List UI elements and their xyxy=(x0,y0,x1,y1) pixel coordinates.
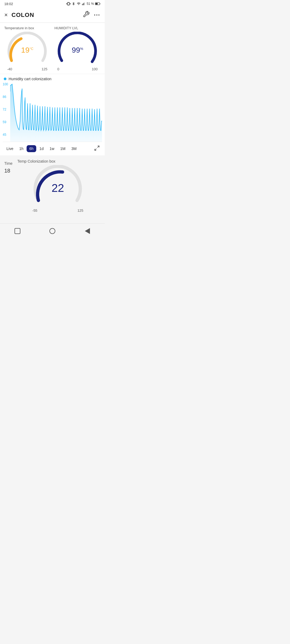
nav-bar xyxy=(0,223,105,240)
gauges-row: Temperature in box 19°C -40 125 HUMIDITY… xyxy=(0,26,105,74)
status-icons: 51 % xyxy=(66,2,100,6)
colonization-temp-gauge-wrap: 22 xyxy=(31,165,85,208)
time-btn-1m[interactable]: 1M xyxy=(57,145,68,152)
close-button[interactable]: × xyxy=(4,12,8,18)
vibrate-icon xyxy=(66,2,71,6)
temperature-value: 19°C xyxy=(21,46,34,54)
recents-icon xyxy=(15,228,20,234)
legend-dot xyxy=(4,78,6,80)
home-icon xyxy=(49,228,55,234)
page-title: COLON xyxy=(12,12,83,19)
time-btn-1w[interactable]: 1w xyxy=(47,145,57,152)
colonization-temp-gauge: Temp Colonization box 22 -55 125 xyxy=(15,159,100,213)
svg-rect-6 xyxy=(95,3,97,5)
header-actions: ••• xyxy=(83,11,100,19)
nav-recents-button[interactable] xyxy=(13,226,22,236)
svg-line-7 xyxy=(97,146,99,148)
time-btn-1d[interactable]: 1d xyxy=(37,145,46,152)
signal-icon xyxy=(82,2,86,6)
bottom-row: Time 18 Temp Colonization box 22 xyxy=(4,159,100,213)
expand-chart-button[interactable] xyxy=(93,144,101,153)
time-range-selector: Live 1h 6h 1d 1w 1M 3M xyxy=(3,142,102,155)
temperature-label: Temperature in box xyxy=(3,26,34,30)
humidity-gauge: HUMIDITY LVL 99% 0 100 xyxy=(53,26,102,71)
header: × COLON ••• xyxy=(0,8,105,23)
svg-line-8 xyxy=(95,149,96,150)
time-btn-6h[interactable]: 6h xyxy=(27,145,36,152)
time-column: Time 18 xyxy=(4,159,13,174)
bluetooth-icon xyxy=(72,2,75,6)
chart-section: Humidity cart colonization 100 86 72 59 … xyxy=(0,74,105,155)
battery-text: 51 % xyxy=(87,2,94,6)
chart-legend: Humidity cart colonization xyxy=(3,77,102,81)
status-time: 18:02 xyxy=(4,2,13,6)
status-bar: 18:02 51 % xyxy=(0,0,105,8)
more-options-icon[interactable]: ••• xyxy=(94,13,100,17)
svg-rect-2 xyxy=(84,3,84,5)
chart-area: 100 86 72 59 45 xyxy=(3,83,102,142)
back-icon xyxy=(85,228,90,234)
nav-home-button[interactable] xyxy=(48,226,57,236)
temperature-minmax: -40 125 xyxy=(7,67,47,71)
svg-rect-5 xyxy=(100,3,100,4)
battery-icon xyxy=(95,2,100,5)
colonization-temp-minmax: -55 125 xyxy=(32,208,83,213)
colonization-temp-value: 22 xyxy=(52,182,64,195)
humidity-gauge-wrap: 99% xyxy=(56,32,99,67)
svg-rect-0 xyxy=(82,4,82,5)
time-btn-live[interactable]: Live xyxy=(4,145,16,152)
main-content: Temperature in box 19°C -40 125 HUMIDITY… xyxy=(0,23,105,218)
time-label: Time xyxy=(4,161,13,166)
time-btn-1h[interactable]: 1h xyxy=(17,145,26,152)
nav-back-button[interactable] xyxy=(82,226,92,236)
legend-label: Humidity cart colonization xyxy=(9,77,52,81)
chart-svg xyxy=(3,83,102,142)
colonization-temp-label: Temp Colonization box xyxy=(15,159,56,163)
svg-rect-3 xyxy=(84,2,85,5)
humidity-minmax: 0 100 xyxy=(57,67,97,71)
temperature-gauge: Temperature in box 19°C -40 125 xyxy=(3,26,52,71)
bottom-section: Time 18 Temp Colonization box 22 xyxy=(0,155,105,218)
time-value: 18 xyxy=(4,168,13,174)
temperature-gauge-wrap: 19°C xyxy=(6,32,49,67)
humidity-value: 99% xyxy=(72,46,83,54)
settings-icon[interactable] xyxy=(83,11,90,19)
time-btn-3m[interactable]: 3M xyxy=(69,145,79,152)
humidity-label: HUMIDITY LVL xyxy=(53,26,78,30)
wifi-icon xyxy=(77,2,81,6)
svg-rect-1 xyxy=(83,3,83,5)
